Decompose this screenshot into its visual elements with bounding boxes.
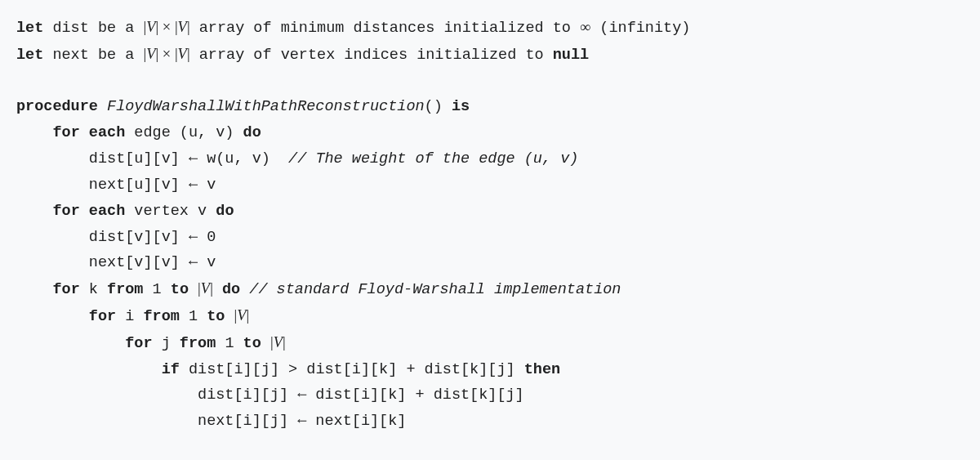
line-for-j: for j from 1 to |V| xyxy=(16,335,286,352)
keyword-to: to xyxy=(171,281,189,298)
keyword-for-each: for each xyxy=(52,124,125,141)
math-V: V xyxy=(178,46,187,62)
keyword-for-each: for each xyxy=(52,203,125,220)
keyword-to: to xyxy=(243,335,261,352)
keyword-from: from xyxy=(143,308,179,325)
text xyxy=(189,281,198,298)
keyword-from: from xyxy=(107,281,143,298)
times-icon: × xyxy=(163,46,171,62)
keyword-do: do xyxy=(216,203,234,220)
text xyxy=(261,335,270,352)
text: i xyxy=(116,308,143,325)
keyword-procedure: procedure xyxy=(16,98,98,115)
indent xyxy=(16,386,198,404)
text: array of vertex indices initialized to xyxy=(190,47,553,64)
indent xyxy=(16,229,89,246)
line-for-k: for k from 1 to |V| do // standard Floyd… xyxy=(16,281,621,298)
text: j xyxy=(153,335,180,352)
text: (infinity) xyxy=(590,20,690,37)
text: 1 xyxy=(180,308,207,325)
text: k xyxy=(80,281,107,298)
keyword-then: then xyxy=(524,361,560,378)
times-icon: × xyxy=(163,19,171,35)
text: 1 xyxy=(143,281,170,298)
text: next be a xyxy=(43,47,143,64)
keyword-is: is xyxy=(452,98,470,115)
math-V: V xyxy=(146,46,155,62)
math-V: V xyxy=(237,307,246,324)
line-next-vv: next[v][v] ← v xyxy=(16,254,216,271)
code: next[u][v] ← v xyxy=(89,176,216,194)
math-V: V xyxy=(146,19,155,35)
indent xyxy=(16,281,52,298)
math-v-times-v: |V| × |V| xyxy=(143,46,189,62)
code: dist[i][j] ← dist[i][k] + dist[k][j] xyxy=(198,386,524,404)
text xyxy=(213,281,222,298)
comment-standard: // standard Floyd-Warshall implementatio… xyxy=(249,281,621,298)
line-dist-uv: dist[u][v] ← w(u, v) // The weight of th… xyxy=(16,150,578,167)
line-procedure: procedure FloydWarshallWithPathReconstru… xyxy=(16,98,470,115)
math-abs-v: |V| xyxy=(270,334,286,351)
code: dist[v][v] ← 0 xyxy=(89,229,216,246)
indent xyxy=(16,413,198,430)
text: dist[i][j] > dist[i][k] + dist[k][j] xyxy=(180,361,524,378)
keyword-do: do xyxy=(222,281,240,298)
line-if: if dist[i][j] > dist[i][k] + dist[k][j] … xyxy=(16,361,560,378)
keyword-from: from xyxy=(180,335,216,352)
indent xyxy=(16,308,89,325)
parens: () xyxy=(425,98,443,115)
keyword-null: null xyxy=(553,47,589,64)
line-next-uv: next[u][v] ← v xyxy=(16,176,216,194)
math-V: V xyxy=(201,280,210,297)
keyword-do: do xyxy=(243,124,261,141)
line-next-ij: next[i][j] ← next[i][k] xyxy=(16,413,406,430)
line-foreach-edge: for each edge (u, v) do xyxy=(16,124,261,141)
pseudocode-block: let dist be a |V| × |V| array of minimum… xyxy=(16,15,964,435)
text: vertex v xyxy=(125,203,216,220)
line-for-i: for i from 1 to |V| xyxy=(16,308,249,325)
code: dist[u][v] ← w(u, v) xyxy=(89,150,288,167)
keyword-let: let xyxy=(16,20,43,37)
code: next[v][v] ← v xyxy=(89,254,216,271)
line-let-dist: let dist be a |V| × |V| array of minimum… xyxy=(16,20,690,37)
keyword-let: let xyxy=(16,47,43,64)
keyword-if: if xyxy=(162,361,180,378)
infinity-icon: ∞ xyxy=(580,19,590,35)
math-V: V xyxy=(274,334,283,351)
line-let-next: let next be a |V| × |V| array of vertex … xyxy=(16,47,589,64)
keyword-for: for xyxy=(89,308,116,325)
math-v-times-v: |V| × |V| xyxy=(143,19,189,35)
math-abs-v: |V| xyxy=(234,307,250,324)
math-V: V xyxy=(178,19,187,35)
indent xyxy=(16,150,89,167)
text xyxy=(225,308,234,325)
bar: | xyxy=(155,46,158,62)
indent xyxy=(16,254,89,271)
indent xyxy=(16,335,125,352)
indent xyxy=(16,203,52,220)
indent xyxy=(16,124,52,141)
bar: | xyxy=(247,307,250,324)
procedure-name: FloydWarshallWithPathReconstruction xyxy=(107,98,425,115)
keyword-for: for xyxy=(52,281,79,298)
indent xyxy=(16,361,162,378)
code: next[i][j] ← next[i][k] xyxy=(198,413,406,430)
text: 1 xyxy=(216,335,243,352)
math-abs-v: |V| xyxy=(198,280,213,297)
text: dist be a xyxy=(43,20,143,37)
comment-weight: // The weight of the edge (u, v) xyxy=(288,150,578,167)
indent xyxy=(16,176,89,194)
bar: | xyxy=(283,334,286,351)
bar: | xyxy=(155,19,158,35)
text: array of minimum distances initialized t… xyxy=(190,20,580,37)
keyword-to: to xyxy=(207,308,225,325)
line-foreach-vertex: for each vertex v do xyxy=(16,203,234,220)
line-dist-vv: dist[v][v] ← 0 xyxy=(16,229,216,246)
line-dist-ij: dist[i][j] ← dist[i][k] + dist[k][j] xyxy=(16,386,524,404)
text: edge (u, v) xyxy=(125,124,243,141)
keyword-for: for xyxy=(125,335,152,352)
